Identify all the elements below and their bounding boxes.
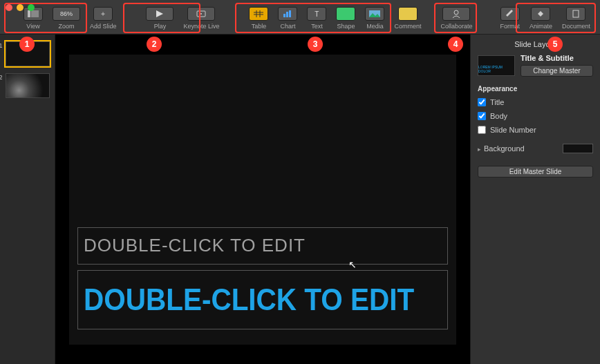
annotation-badge-1: 1 [19,37,35,52]
comment-icon [398,7,418,21]
toolbar-group-collab: Collaborate [436,6,476,31]
play-icon [146,7,174,21]
collaborate-label: Collaborate [440,23,472,30]
media-label: Media [366,23,384,30]
change-master-button[interactable]: Change Master [521,65,593,77]
text-button[interactable]: T Text [303,6,330,31]
animate-label: Animate [529,23,552,30]
keynote-live-icon [187,7,215,21]
svg-point-15 [454,10,458,15]
format-button[interactable]: Format [496,6,524,31]
slide-number-checkbox-row[interactable]: Slide Number [478,126,593,134]
fullscreen-window-icon[interactable] [28,4,35,11]
animate-button[interactable]: Animate [525,6,556,31]
body-checkbox-label: Body [490,112,507,120]
zoom-value: 86% [60,10,73,17]
shape-icon [336,7,355,21]
document-button[interactable]: Document [558,6,594,31]
master-thumb-text: LOREM IPSUM DOLOR [478,65,514,75]
comment-button[interactable]: Comment [390,6,425,31]
add-slide-button[interactable]: ＋ Add Slide [86,6,121,31]
svg-rect-10 [283,14,285,17]
edit-master-slide-button[interactable]: Edit Master Slide [478,166,593,178]
toolbar: View 86% Zoom ＋ Add Slide Play [0,0,600,35]
minimize-window-icon[interactable] [17,4,24,11]
close-window-icon[interactable] [6,4,12,11]
add-slide-label: Add Slide [90,23,117,30]
svg-rect-1 [31,10,39,17]
collaborate-icon [442,7,470,21]
subtitle-text-box[interactable]: DOUBLE-CLICK TO EDIT [77,270,448,329]
media-button[interactable]: Media [361,6,388,31]
title-checkbox-label: Title [490,98,504,106]
title-placeholder: DOUBLE-CLICK TO EDIT [84,235,306,256]
inspector-title: Slide Layout [478,40,593,48]
comment-label: Comment [394,23,421,30]
format-icon [500,7,520,21]
svg-rect-12 [289,10,291,17]
background-row[interactable]: ▸Background [478,144,593,153]
table-label: Table [252,23,267,30]
shape-label: Shape [337,23,355,30]
media-icon [365,7,384,21]
master-thumbnail: LOREM IPSUM DOLOR [478,55,515,76]
cursor-icon: ↖ [348,259,357,270]
table-icon [249,7,268,21]
play-button[interactable]: Play [142,6,178,31]
keynote-window: View 86% Zoom ＋ Add Slide Play [0,0,600,364]
svg-rect-11 [286,12,288,17]
chart-button[interactable]: Chart [274,6,301,31]
table-button[interactable]: Table [245,6,272,31]
master-name: Title & Subtitle [521,54,593,62]
toolbar-group-inspector: Format Animate Document [496,6,594,31]
keynote-live-label: Keynote Live [183,23,219,30]
zoom-icon: 86% [53,7,80,21]
slide-number-2: 2 [0,74,3,81]
annotation-badge-5: 5 [547,37,563,52]
subtitle-placeholder: DOUBLE-CLICK TO EDIT [84,282,414,317]
title-checkbox[interactable] [478,98,486,106]
slide[interactable]: DOUBLE-CLICK TO EDIT DOUBLE-CLICK TO EDI… [69,55,456,345]
document-icon [566,7,585,21]
format-inspector: Slide Layout LOREM IPSUM DOLOR Title & S… [470,35,600,364]
keynote-live-button[interactable]: Keynote Live [179,6,223,31]
text-label: Text [311,23,323,30]
slide-number-checkbox-label: Slide Number [490,126,536,134]
slide-thumb-2[interactable]: 2 [6,73,50,98]
title-text-box[interactable]: DOUBLE-CLICK TO EDIT [77,227,448,265]
background-color-swatch[interactable] [563,144,593,153]
disclosure-triangle-icon[interactable]: ▸ [478,146,481,153]
text-icon: T [307,7,326,21]
shape-button[interactable]: Shape [332,6,359,31]
slide-number-checkbox[interactable] [478,126,486,134]
svg-rect-17 [573,10,579,17]
body-checkbox-row[interactable]: Body [478,112,593,120]
svg-rect-0 [28,10,30,17]
appearance-label: Appearance [478,85,593,93]
annotation-badge-3: 3 [308,37,323,52]
format-label: Format [500,23,520,30]
annotation-badge-4: 4 [448,37,463,52]
main-body: 1 2 DOUBLE-CLICK TO EDIT DOUBLE-CLICK TO… [0,35,600,364]
slide-navigator[interactable]: 1 2 [0,35,55,364]
background-label: Background [484,144,525,153]
master-row: LOREM IPSUM DOLOR Title & Subtitle Chang… [478,54,593,77]
toolbar-group-play: Play Keynote Live [142,6,223,31]
title-checkbox-row[interactable]: Title [478,98,593,106]
svg-marker-2 [156,10,163,17]
chart-label: Chart [280,23,295,30]
document-label: Document [562,23,590,30]
zoom-button[interactable]: 86% Zoom [48,6,84,31]
svg-marker-16 [538,11,543,17]
view-label: View [26,23,39,30]
collaborate-button[interactable]: Collaborate [436,6,476,31]
svg-point-4 [200,13,202,15]
toolbar-group-insert: Table Chart T Text Shape Media [245,6,425,31]
zoom-label: Zoom [58,23,74,30]
chart-icon [278,7,297,21]
svg-rect-5 [254,10,263,17]
animate-icon [531,7,550,21]
slide-number-1: 1 [0,42,3,49]
slide-canvas-area[interactable]: DOUBLE-CLICK TO EDIT DOUBLE-CLICK TO EDI… [55,35,470,364]
body-checkbox[interactable] [478,112,486,120]
